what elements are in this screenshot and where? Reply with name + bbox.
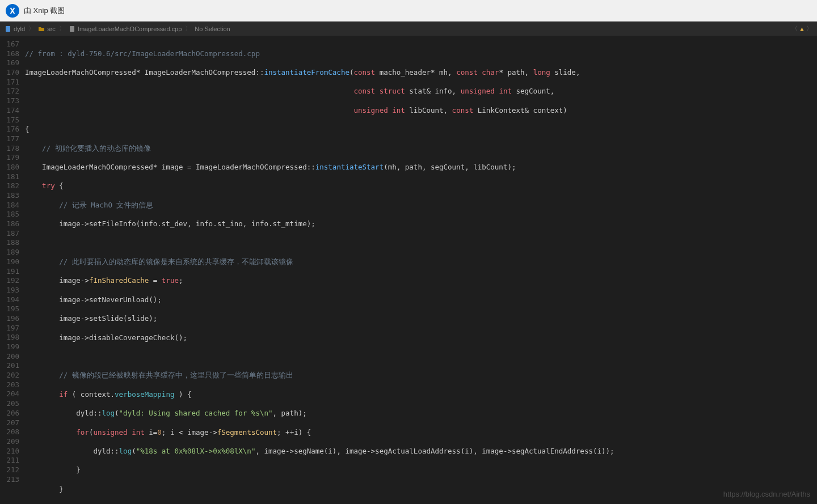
line-number: 169 — [0, 58, 19, 68]
line-number: 191 — [0, 267, 19, 277]
line-number: 201 — [0, 361, 19, 371]
line-number: 190 — [0, 257, 19, 267]
breadcrumb-separator-icon: 〉 — [28, 24, 35, 33]
file-icon — [5, 26, 11, 32]
line-number: 204 — [0, 389, 19, 399]
line-number: 199 — [0, 342, 19, 352]
line-number: 198 — [0, 333, 19, 342]
line-number: 186 — [0, 219, 19, 229]
breadcrumb-item-file[interactable]: ImageLoaderMachOCompressed.cpp — [69, 26, 182, 32]
nav-back-icon[interactable]: 〈 — [791, 24, 798, 33]
line-number: 205 — [0, 399, 19, 409]
line-number: 189 — [0, 248, 19, 257]
line-number: 173 — [0, 96, 19, 106]
line-number: 213 — [0, 475, 19, 485]
line-number: 209 — [0, 437, 19, 447]
line-number: 178 — [0, 144, 19, 154]
line-number: 174 — [0, 106, 19, 116]
line-number: 195 — [0, 304, 19, 314]
line-number: 179 — [0, 153, 19, 163]
line-number: 184 — [0, 201, 19, 210]
line-number: 196 — [0, 314, 19, 324]
line-number: 180 — [0, 163, 19, 172]
line-number: 200 — [0, 352, 19, 362]
line-number: 210 — [0, 447, 19, 456]
line-number: 194 — [0, 295, 19, 305]
line-number: 172 — [0, 87, 19, 96]
line-number: 197 — [0, 324, 19, 333]
line-number: 175 — [0, 116, 19, 125]
xnip-app-icon — [6, 4, 19, 18]
breadcrumb-label: dyld — [14, 26, 25, 32]
line-number: 185 — [0, 210, 19, 219]
line-number: 177 — [0, 134, 19, 144]
cpp-file-icon — [69, 26, 75, 32]
titlebar: 由 Xnip 截图 — [0, 0, 817, 22]
line-number: 170 — [0, 68, 19, 78]
line-number-gutter: 1671681691701711721731741751761771781791… — [0, 36, 25, 504]
breadcrumb: dyld 〉 src 〉 ImageLoaderMachOCompressed.… — [0, 22, 817, 36]
line-number: 188 — [0, 238, 19, 248]
line-number: 207 — [0, 418, 19, 428]
line-number: 183 — [0, 191, 19, 201]
line-number: 192 — [0, 276, 19, 286]
line-number: 203 — [0, 380, 19, 390]
code-content[interactable]: // from : dyld-750.6/src/ImageLoaderMach… — [25, 36, 817, 504]
line-number: 211 — [0, 456, 19, 465]
line-number: 212 — [0, 465, 19, 475]
line-number: 193 — [0, 286, 19, 295]
breadcrumb-separator-icon: 〉 — [185, 24, 191, 33]
breadcrumb-separator-icon: 〉 — [59, 24, 65, 33]
breadcrumb-item-src[interactable]: src — [38, 26, 56, 32]
svg-rect-1 — [70, 26, 74, 32]
line-number: 181 — [0, 172, 19, 182]
line-number: 208 — [0, 427, 19, 437]
breadcrumb-label: No Selection — [195, 26, 230, 32]
line-number: 176 — [0, 125, 19, 134]
folder-icon — [38, 26, 45, 32]
line-number: 206 — [0, 409, 19, 418]
svg-rect-0 — [6, 26, 10, 32]
line-number: 202 — [0, 371, 19, 380]
breadcrumb-label: src — [47, 26, 56, 32]
line-number: 171 — [0, 78, 19, 87]
line-number: 168 — [0, 49, 19, 59]
code-editor[interactable]: 1671681691701711721731741751761771781791… — [0, 36, 817, 504]
nav-forward-icon[interactable]: 〉 — [806, 24, 812, 33]
breadcrumb-item-dyld[interactable]: dyld — [5, 26, 25, 32]
warning-icon[interactable]: ▲ — [799, 26, 805, 32]
line-number: 182 — [0, 181, 19, 191]
breadcrumb-item-selection[interactable]: No Selection — [195, 26, 230, 32]
window-title: 由 Xnip 截图 — [24, 6, 65, 16]
breadcrumb-label: ImageLoaderMachOCompressed.cpp — [78, 26, 182, 32]
line-number: 167 — [0, 40, 19, 49]
line-number: 187 — [0, 229, 19, 239]
nav-controls: 〈 ▲ 〉 — [791, 24, 812, 33]
